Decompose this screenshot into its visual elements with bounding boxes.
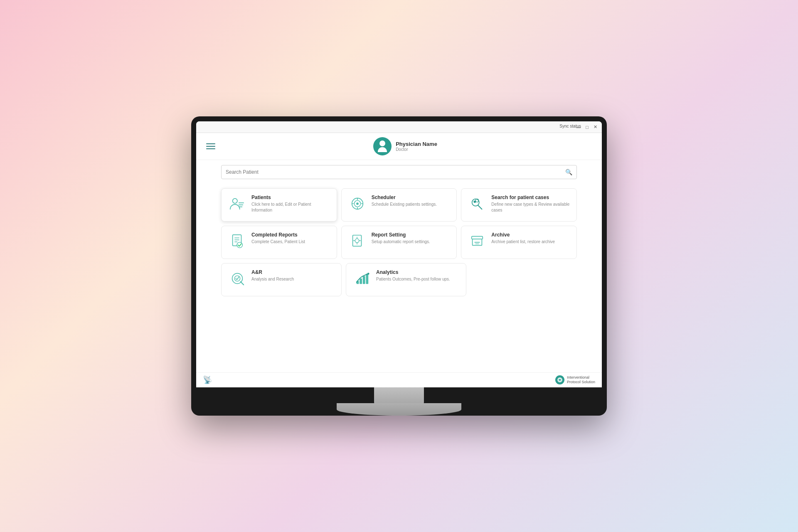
monitor-screen: Sync status — □ ✕: [196, 121, 602, 387]
svg-rect-36: [366, 274, 369, 284]
sync-status: Sync status: [559, 124, 581, 128]
header-center: Physician Name Doctor: [217, 137, 594, 155]
brand-logo-icon: [555, 375, 564, 384]
app-footer: 📡 Interventional Protocol Solution: [196, 372, 602, 387]
archive-card-desc: Archive patient list, restore archive: [491, 239, 555, 245]
completed-reports-card-desc: Complete Cases, Patient List: [251, 239, 305, 245]
hamburger-line-2: [206, 146, 215, 147]
avatar-head: [379, 140, 385, 146]
avatar-body: [378, 147, 387, 152]
wifi-icon: 📡: [203, 375, 212, 384]
search-container: 🔍: [196, 160, 602, 184]
search-cases-card-desc: Define new case types & Review available…: [491, 202, 570, 213]
svg-point-37: [367, 273, 369, 275]
search-cases-card[interactable]: Search for patient cases Define new case…: [461, 188, 577, 222]
avatar-inner: [378, 140, 387, 152]
archive-icon: [468, 232, 486, 250]
hamburger-line-3: [206, 148, 215, 149]
empty-placeholder: [470, 263, 577, 296]
patients-icon: [228, 195, 246, 213]
monitor-outer: Sync status — □ ✕: [191, 116, 607, 416]
physician-name: Physician Name: [396, 141, 437, 147]
scheduler-card-desc: Schedule Existing patients settings.: [372, 202, 437, 207]
scheduler-card-title: Scheduler: [372, 195, 437, 200]
completed-reports-icon: [228, 232, 246, 250]
analytics-card[interactable]: Analytics Patients Outcomes, Pre-post fo…: [346, 263, 466, 296]
patients-card[interactable]: Patients Click here to add, Edit or Pati…: [221, 188, 337, 222]
brand-logo: Interventional Protocol Solution: [555, 375, 595, 385]
andr-card-desc: Analysis and Research: [251, 276, 294, 282]
svg-rect-34: [360, 278, 362, 284]
physician-title: Doctor: [396, 147, 437, 152]
hamburger-menu[interactable]: [204, 142, 217, 151]
svg-line-32: [241, 282, 244, 285]
search-input[interactable]: [226, 169, 565, 175]
andr-card-title: A&R: [251, 269, 294, 275]
svg-point-0: [233, 199, 237, 203]
scheduler-icon: [348, 195, 367, 213]
completed-reports-card-content: Completed Reports Complete Cases, Patien…: [251, 232, 305, 245]
analytics-card-title: Analytics: [376, 269, 450, 275]
search-cases-card-content: Search for patient cases Define new case…: [491, 195, 570, 213]
search-cases-card-title: Search for patient cases: [491, 195, 570, 200]
report-setting-card[interactable]: Report Setting Setup automatic report se…: [341, 226, 457, 259]
maximize-button[interactable]: □: [584, 125, 590, 130]
avatar: [373, 137, 392, 155]
analytics-card-content: Analytics Patients Outcomes, Pre-post fo…: [376, 269, 450, 282]
close-button[interactable]: ✕: [592, 124, 598, 130]
analytics-card-desc: Patients Outcomes, Pre-post follow ups.: [376, 276, 450, 282]
search-box[interactable]: 🔍: [221, 165, 577, 179]
report-setting-card-title: Report Setting: [372, 232, 430, 238]
andr-card[interactable]: A&R Analysis and Research: [221, 263, 342, 296]
scheduler-card-content: Scheduler Schedule Existing patients set…: [372, 195, 437, 207]
grid-row-1: Patients Click here to add, Edit or Pati…: [221, 188, 577, 222]
analytics-icon: [353, 269, 371, 288]
svg-rect-35: [363, 276, 365, 284]
app-body: Physician Name Doctor 🔍: [196, 133, 602, 387]
physician-info: Physician Name Doctor: [396, 141, 437, 152]
patients-card-content: Patients Click here to add, Edit or Pati…: [251, 195, 330, 213]
report-setting-card-content: Report Setting Setup automatic report se…: [372, 232, 430, 245]
scheduler-card[interactable]: Scheduler Schedule Existing patients set…: [341, 188, 457, 222]
hamburger-line-1: [206, 143, 215, 144]
archive-card[interactable]: Archive Archive patient list, restore ar…: [461, 226, 577, 259]
monitor-stand-neck: [374, 387, 424, 404]
monitor-stand-base: [337, 403, 461, 416]
brand-name-line2: Protocol Solution: [567, 380, 595, 385]
report-setting-icon: [348, 232, 367, 250]
svg-point-21: [355, 239, 359, 243]
grid-row-3: A&R Analysis and Research: [221, 263, 577, 296]
completed-reports-card[interactable]: Completed Reports Complete Cases, Patien…: [221, 226, 337, 259]
grid-container: Patients Click here to add, Edit or Pati…: [196, 184, 602, 372]
app-window: Sync status — □ ✕: [196, 121, 602, 387]
brand-text: Interventional Protocol Solution: [567, 375, 595, 385]
andr-icon: [228, 269, 246, 288]
svg-rect-26: [472, 236, 483, 239]
grid-row-2: Completed Reports Complete Cases, Patien…: [221, 226, 577, 259]
brand-name-line1: Interventional: [567, 375, 595, 380]
archive-card-content: Archive Archive patient list, restore ar…: [491, 232, 555, 245]
app-header: Physician Name Doctor: [196, 133, 602, 160]
search-icon: 🔍: [565, 169, 572, 175]
report-setting-card-desc: Setup automatic report settings.: [372, 239, 430, 245]
archive-card-title: Archive: [491, 232, 555, 238]
patients-card-title: Patients: [251, 195, 330, 200]
title-bar: Sync status — □ ✕: [196, 121, 602, 133]
andr-card-content: A&R Analysis and Research: [251, 269, 294, 282]
completed-reports-card-title: Completed Reports: [251, 232, 305, 238]
svg-line-12: [478, 205, 482, 209]
svg-point-6: [356, 202, 359, 205]
search-cases-icon: [468, 195, 486, 213]
svg-point-31: [234, 276, 240, 281]
patients-card-desc: Click here to add, Edit or Patient Infor…: [251, 202, 330, 213]
